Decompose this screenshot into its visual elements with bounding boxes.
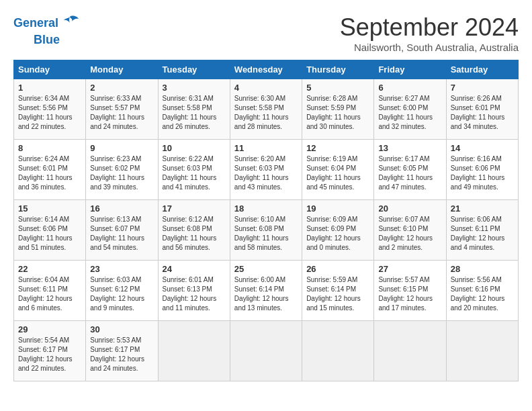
calendar-cell bbox=[230, 321, 302, 381]
weekday-header-tuesday: Tuesday bbox=[158, 60, 230, 79]
day-number: 20 bbox=[378, 203, 441, 214]
location-subtitle: Nailsworth, South Australia, Australia bbox=[340, 42, 519, 53]
calendar-cell: 15 Sunrise: 6:14 AM Sunset: 6:06 PM Dayl… bbox=[14, 200, 86, 261]
day-number: 12 bbox=[306, 143, 369, 153]
weekday-header-friday: Friday bbox=[374, 60, 446, 79]
calendar-week-1: 1 Sunrise: 6:34 AM Sunset: 5:56 PM Dayli… bbox=[14, 79, 519, 140]
day-info: Sunrise: 6:20 AM Sunset: 6:03 PM Dayligh… bbox=[234, 154, 298, 192]
calendar-cell: 14 Sunrise: 6:16 AM Sunset: 6:06 PM Dayl… bbox=[446, 140, 518, 200]
day-number: 25 bbox=[234, 264, 298, 274]
calendar-cell: 9 Sunrise: 6:23 AM Sunset: 6:02 PM Dayli… bbox=[86, 140, 158, 200]
calendar-week-2: 8 Sunrise: 6:24 AM Sunset: 6:01 PM Dayli… bbox=[14, 140, 519, 200]
calendar-table: SundayMondayTuesdayWednesdayThursdayFrid… bbox=[13, 60, 519, 381]
day-info: Sunrise: 6:22 AM Sunset: 6:03 PM Dayligh… bbox=[163, 154, 226, 192]
calendar-cell: 22 Sunrise: 6:04 AM Sunset: 6:11 PM Dayl… bbox=[14, 261, 86, 321]
calendar-cell: 25 Sunrise: 6:00 AM Sunset: 6:14 PM Dayl… bbox=[230, 261, 302, 321]
day-number: 3 bbox=[163, 83, 226, 93]
day-info: Sunrise: 6:10 AM Sunset: 6:08 PM Dayligh… bbox=[234, 215, 298, 253]
weekday-header-thursday: Thursday bbox=[302, 60, 374, 79]
calendar-cell: 20 Sunrise: 6:07 AM Sunset: 6:10 PM Dayl… bbox=[374, 200, 446, 261]
day-info: Sunrise: 6:01 AM Sunset: 6:13 PM Dayligh… bbox=[163, 275, 226, 313]
day-info: Sunrise: 5:54 AM Sunset: 6:17 PM Dayligh… bbox=[18, 336, 81, 373]
page-header: General Blue September 2024 Nailsworth, … bbox=[13, 13, 519, 53]
logo: General Blue bbox=[13, 13, 80, 47]
logo-text: General bbox=[13, 17, 58, 30]
calendar-cell: 6 Sunrise: 6:27 AM Sunset: 6:00 PM Dayli… bbox=[374, 79, 446, 140]
day-info: Sunrise: 6:03 AM Sunset: 6:12 PM Dayligh… bbox=[90, 275, 153, 313]
day-number: 7 bbox=[451, 83, 514, 93]
day-info: Sunrise: 6:19 AM Sunset: 6:04 PM Dayligh… bbox=[306, 154, 369, 192]
day-number: 22 bbox=[18, 264, 81, 274]
day-info: Sunrise: 6:07 AM Sunset: 6:10 PM Dayligh… bbox=[378, 215, 441, 253]
day-number: 29 bbox=[18, 324, 81, 334]
title-block: September 2024 Nailsworth, South Austral… bbox=[340, 13, 519, 53]
day-number: 28 bbox=[451, 264, 514, 274]
day-number: 17 bbox=[163, 203, 226, 214]
logo-bird-icon bbox=[60, 13, 80, 34]
day-number: 6 bbox=[378, 83, 441, 93]
day-number: 9 bbox=[90, 143, 153, 153]
calendar-cell: 18 Sunrise: 6:10 AM Sunset: 6:08 PM Dayl… bbox=[230, 200, 302, 261]
weekday-header-sunday: Sunday bbox=[14, 60, 86, 79]
calendar-cell: 23 Sunrise: 6:03 AM Sunset: 6:12 PM Dayl… bbox=[86, 261, 158, 321]
calendar-cell: 27 Sunrise: 5:57 AM Sunset: 6:15 PM Dayl… bbox=[374, 261, 446, 321]
day-info: Sunrise: 5:57 AM Sunset: 6:15 PM Dayligh… bbox=[378, 275, 441, 313]
calendar-cell bbox=[158, 321, 230, 381]
calendar-cell: 2 Sunrise: 6:33 AM Sunset: 5:57 PM Dayli… bbox=[86, 79, 158, 140]
day-info: Sunrise: 5:56 AM Sunset: 6:16 PM Dayligh… bbox=[451, 275, 514, 313]
weekday-header-row: SundayMondayTuesdayWednesdayThursdayFrid… bbox=[14, 60, 519, 79]
calendar-cell: 1 Sunrise: 6:34 AM Sunset: 5:56 PM Dayli… bbox=[14, 79, 86, 140]
calendar-cell bbox=[446, 321, 518, 381]
calendar-cell: 12 Sunrise: 6:19 AM Sunset: 6:04 PM Dayl… bbox=[302, 140, 374, 200]
day-info: Sunrise: 6:26 AM Sunset: 6:01 PM Dayligh… bbox=[451, 94, 514, 132]
day-number: 24 bbox=[163, 264, 226, 274]
calendar-cell: 24 Sunrise: 6:01 AM Sunset: 6:13 PM Dayl… bbox=[158, 261, 230, 321]
day-info: Sunrise: 6:27 AM Sunset: 6:00 PM Dayligh… bbox=[378, 94, 441, 132]
day-number: 14 bbox=[451, 143, 514, 153]
day-info: Sunrise: 6:06 AM Sunset: 6:11 PM Dayligh… bbox=[451, 215, 514, 253]
calendar-cell: 11 Sunrise: 6:20 AM Sunset: 6:03 PM Dayl… bbox=[230, 140, 302, 200]
day-number: 23 bbox=[90, 264, 153, 274]
calendar-week-5: 29 Sunrise: 5:54 AM Sunset: 6:17 PM Dayl… bbox=[14, 321, 519, 381]
day-info: Sunrise: 6:23 AM Sunset: 6:02 PM Dayligh… bbox=[90, 154, 153, 192]
day-info: Sunrise: 6:09 AM Sunset: 6:09 PM Dayligh… bbox=[306, 215, 369, 253]
day-info: Sunrise: 5:53 AM Sunset: 6:17 PM Dayligh… bbox=[90, 336, 153, 373]
weekday-header-saturday: Saturday bbox=[446, 60, 518, 79]
calendar-week-3: 15 Sunrise: 6:14 AM Sunset: 6:06 PM Dayl… bbox=[14, 200, 519, 261]
weekday-header-monday: Monday bbox=[86, 60, 158, 79]
day-number: 26 bbox=[306, 264, 369, 274]
calendar-cell: 17 Sunrise: 6:12 AM Sunset: 6:08 PM Dayl… bbox=[158, 200, 230, 261]
calendar-cell: 29 Sunrise: 5:54 AM Sunset: 6:17 PM Dayl… bbox=[14, 321, 86, 381]
day-info: Sunrise: 6:04 AM Sunset: 6:11 PM Dayligh… bbox=[18, 275, 81, 313]
day-info: Sunrise: 6:17 AM Sunset: 6:05 PM Dayligh… bbox=[378, 154, 441, 192]
day-info: Sunrise: 6:28 AM Sunset: 5:59 PM Dayligh… bbox=[306, 94, 369, 132]
calendar-cell: 4 Sunrise: 6:30 AM Sunset: 5:58 PM Dayli… bbox=[230, 79, 302, 140]
day-number: 11 bbox=[234, 143, 298, 153]
day-number: 1 bbox=[18, 83, 81, 93]
day-number: 4 bbox=[234, 83, 298, 93]
calendar-cell: 26 Sunrise: 5:59 AM Sunset: 6:14 PM Dayl… bbox=[302, 261, 374, 321]
day-info: Sunrise: 6:14 AM Sunset: 6:06 PM Dayligh… bbox=[18, 215, 81, 253]
day-info: Sunrise: 6:30 AM Sunset: 5:58 PM Dayligh… bbox=[234, 94, 298, 132]
calendar-week-4: 22 Sunrise: 6:04 AM Sunset: 6:11 PM Dayl… bbox=[14, 261, 519, 321]
day-info: Sunrise: 6:24 AM Sunset: 6:01 PM Dayligh… bbox=[18, 154, 81, 192]
month-title: September 2024 bbox=[340, 13, 519, 42]
day-number: 5 bbox=[306, 83, 369, 93]
day-number: 13 bbox=[378, 143, 441, 153]
weekday-header-wednesday: Wednesday bbox=[230, 60, 302, 79]
day-info: Sunrise: 5:59 AM Sunset: 6:14 PM Dayligh… bbox=[306, 275, 369, 313]
day-number: 16 bbox=[90, 203, 153, 214]
calendar-cell: 30 Sunrise: 5:53 AM Sunset: 6:17 PM Dayl… bbox=[86, 321, 158, 381]
day-info: Sunrise: 6:13 AM Sunset: 6:07 PM Dayligh… bbox=[90, 215, 153, 253]
calendar-cell: 19 Sunrise: 6:09 AM Sunset: 6:09 PM Dayl… bbox=[302, 200, 374, 261]
day-info: Sunrise: 6:00 AM Sunset: 6:14 PM Dayligh… bbox=[234, 275, 298, 313]
logo-text2: Blue bbox=[34, 34, 60, 47]
day-number: 15 bbox=[18, 203, 81, 214]
calendar-cell: 8 Sunrise: 6:24 AM Sunset: 6:01 PM Dayli… bbox=[14, 140, 86, 200]
calendar-cell: 5 Sunrise: 6:28 AM Sunset: 5:59 PM Dayli… bbox=[302, 79, 374, 140]
calendar-cell: 7 Sunrise: 6:26 AM Sunset: 6:01 PM Dayli… bbox=[446, 79, 518, 140]
day-info: Sunrise: 6:16 AM Sunset: 6:06 PM Dayligh… bbox=[451, 154, 514, 192]
day-number: 8 bbox=[18, 143, 81, 153]
day-number: 21 bbox=[451, 203, 514, 214]
day-info: Sunrise: 6:12 AM Sunset: 6:08 PM Dayligh… bbox=[163, 215, 226, 253]
